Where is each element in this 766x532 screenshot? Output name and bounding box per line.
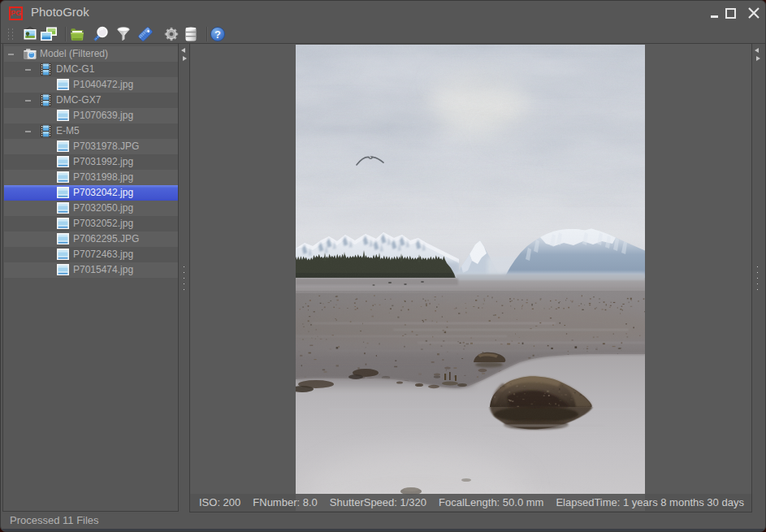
svg-text:?: ? (214, 28, 221, 41)
